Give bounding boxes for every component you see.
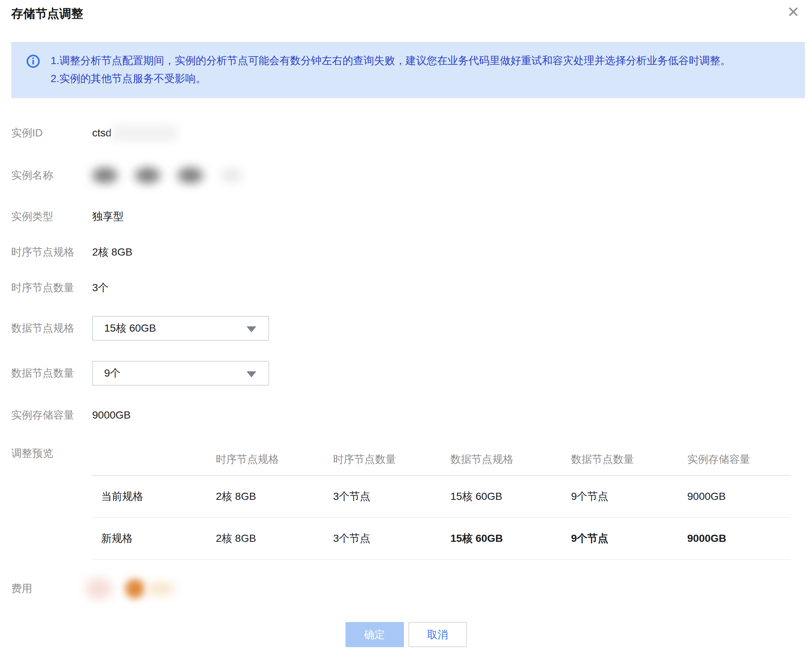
redacted-blob bbox=[92, 168, 118, 183]
cell-data-spec: 15核 60GB bbox=[450, 489, 571, 504]
cell-storage: 9000GB bbox=[687, 490, 791, 502]
fee-label: 费用 bbox=[11, 582, 92, 596]
instance-id-text: ctsd bbox=[92, 127, 111, 139]
preview-table: 时序节点规格 时序节点数量 数据节点规格 数据节点数量 实例存储容量 当前规格 … bbox=[92, 443, 791, 560]
row-name: 当前规格 bbox=[92, 489, 216, 504]
cell-ts-spec: 2核 8GB bbox=[216, 489, 333, 504]
redacted-blob-faint bbox=[220, 168, 243, 182]
dialog-footer: 确定 取消 bbox=[0, 622, 812, 647]
cell-storage: 9000GB bbox=[687, 533, 791, 544]
header-data-node-count: 数据节点数量 bbox=[571, 452, 687, 467]
dialog-form: 实例ID ctsd 实例名称 实例类型 独享型 时序节点规格 2核 8GB 时 bbox=[0, 124, 812, 603]
ts-node-spec-label: 时序节点规格 bbox=[11, 245, 92, 259]
ts-node-count-label: 时序节点数量 bbox=[11, 281, 92, 295]
redacted-blob-pink bbox=[85, 578, 112, 599]
row-name: 新规格 bbox=[92, 531, 216, 545]
fee-redacted bbox=[92, 574, 174, 603]
banner-line-1: 1.调整分析节点配置期间，实例的分析节点可能会有数分钟左右的查询失败，建议您在业… bbox=[50, 52, 731, 70]
redacted-blob bbox=[178, 168, 203, 183]
row-instance-type: 实例类型 独享型 bbox=[11, 209, 812, 224]
cell-ts-count: 3个节点 bbox=[333, 531, 450, 545]
dialog-header: 存储节点调整 ✕ bbox=[0, 0, 812, 22]
redacted-blob-orange bbox=[125, 579, 145, 599]
dialog-title: 存储节点调整 bbox=[11, 5, 801, 22]
cell-data-count: 9个节点 bbox=[571, 489, 687, 504]
data-node-count-selected: 9个 bbox=[104, 366, 121, 380]
instance-id-label: 实例ID bbox=[11, 126, 92, 140]
row-storage-capacity: 实例存储容量 9000GB bbox=[11, 408, 812, 423]
cell-ts-count: 3个节点 bbox=[333, 489, 450, 504]
redacted-blob bbox=[135, 168, 160, 183]
preview-table-header: 时序节点规格 时序节点数量 数据节点规格 数据节点数量 实例存储容量 bbox=[92, 443, 791, 476]
header-ts-node-count: 时序节点数量 bbox=[333, 452, 450, 467]
header-ts-node-spec: 时序节点规格 bbox=[216, 452, 333, 467]
row-adjust-preview: 调整预览 时序节点规格 时序节点数量 数据节点规格 数据节点数量 实例存储容量 … bbox=[11, 443, 812, 560]
data-node-spec-select[interactable]: 15核 60GB bbox=[92, 316, 269, 341]
cell-data-count: 9个节点 bbox=[571, 531, 687, 545]
header-data-node-spec: 数据节点规格 bbox=[450, 452, 571, 467]
data-node-spec-selected: 15核 60GB bbox=[104, 321, 156, 335]
instance-type-value: 独享型 bbox=[92, 209, 124, 224]
header-storage-capacity: 实例存储容量 bbox=[687, 452, 791, 467]
cancel-button[interactable]: 取消 bbox=[408, 622, 467, 647]
data-node-count-label: 数据节点数量 bbox=[11, 366, 92, 380]
storage-capacity-value: 9000GB bbox=[92, 409, 131, 421]
instance-name-label: 实例名称 bbox=[11, 168, 92, 182]
storage-node-adjust-dialog: 存储节点调整 ✕ 1.调整分析节点配置期间，实例的分析节点可能会有数分钟左右的查… bbox=[0, 0, 812, 652]
banner-line-2: 2.实例的其他节点服务不受影响。 bbox=[50, 70, 731, 88]
data-node-count-select[interactable]: 9个 bbox=[92, 361, 269, 386]
info-icon bbox=[26, 54, 40, 68]
banner-text: 1.调整分析节点配置期间，实例的分析节点可能会有数分钟左右的查询失败，建议您在业… bbox=[50, 52, 731, 88]
cell-data-spec: 15核 60GB bbox=[450, 531, 571, 545]
ts-node-count-value: 3个 bbox=[92, 281, 109, 295]
instance-id-redacted bbox=[112, 124, 178, 142]
cell-ts-spec: 2核 8GB bbox=[216, 531, 333, 545]
storage-capacity-label: 实例存储容量 bbox=[11, 408, 92, 422]
chevron-down-icon bbox=[247, 326, 256, 332]
row-data-node-count: 数据节点数量 9个 bbox=[11, 361, 812, 386]
row-data-node-spec: 数据节点规格 15核 60GB bbox=[11, 316, 812, 341]
instance-type-label: 实例类型 bbox=[11, 209, 92, 224]
row-fee: 费用 bbox=[11, 574, 812, 603]
row-ts-node-count: 时序节点数量 3个 bbox=[11, 280, 812, 295]
confirm-button[interactable]: 确定 bbox=[345, 622, 404, 647]
instance-name-redacted bbox=[92, 162, 243, 188]
table-row-new: 新规格 2核 8GB 3个节点 15核 60GB 9个节点 9000GB bbox=[92, 518, 791, 560]
row-instance-name: 实例名称 bbox=[11, 162, 812, 188]
info-banner: 1.调整分析节点配置期间，实例的分析节点可能会有数分钟左右的查询失败，建议您在业… bbox=[11, 42, 805, 98]
table-row-current: 当前规格 2核 8GB 3个节点 15核 60GB 9个节点 9000GB bbox=[92, 476, 791, 518]
adjust-preview-label: 调整预览 bbox=[11, 443, 92, 461]
chevron-down-icon bbox=[247, 371, 256, 377]
row-ts-node-spec: 时序节点规格 2核 8GB bbox=[11, 245, 812, 260]
row-instance-id: 实例ID ctsd bbox=[11, 124, 812, 142]
instance-id-value: ctsd bbox=[92, 124, 178, 142]
close-icon[interactable]: ✕ bbox=[783, 2, 803, 22]
redacted-blob-tail bbox=[147, 582, 174, 596]
ts-node-spec-value: 2核 8GB bbox=[92, 245, 132, 259]
data-node-spec-label: 数据节点规格 bbox=[11, 321, 92, 335]
